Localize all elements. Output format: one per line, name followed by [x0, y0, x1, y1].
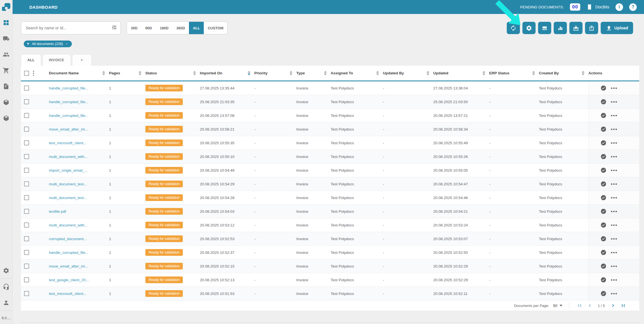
column-header[interactable]: Assigned To [331, 71, 383, 75]
previous-page-button[interactable] [586, 302, 593, 309]
sort-arrows[interactable] [139, 71, 141, 75]
date-range-button[interactable]: CUSTOM [204, 22, 227, 34]
validate-seal-icon[interactable] [600, 153, 607, 160]
tab[interactable]: ALL [21, 54, 41, 66]
sidebar-item-shipments[interactable] [0, 30, 13, 46]
sort-arrows[interactable] [376, 71, 379, 75]
date-range-button[interactable]: ALL [189, 22, 204, 34]
row-menu-icon[interactable] [611, 252, 617, 253]
date-range-button[interactable]: 365D [172, 22, 189, 34]
validate-seal-icon[interactable] [600, 85, 607, 91]
row-menu-icon[interactable] [611, 101, 617, 103]
scanner-button[interactable] [538, 22, 551, 34]
document-name-link[interactable]: multi_document_with... [49, 223, 87, 227]
row-menu-icon[interactable] [611, 142, 617, 144]
sort-arrows[interactable] [248, 71, 250, 75]
row-menu-icon[interactable] [611, 129, 617, 130]
sidebar-item-inventory[interactable] [0, 110, 13, 126]
column-header[interactable]: Updated [433, 71, 489, 75]
analytics-button[interactable] [554, 22, 567, 34]
validate-seal-icon[interactable] [600, 126, 607, 132]
row-menu-icon[interactable] [611, 156, 617, 157]
validate-seal-icon[interactable] [600, 236, 607, 242]
row-menu-icon[interactable] [611, 87, 617, 89]
document-name-link[interactable]: import_single_email_... [49, 168, 88, 172]
sidebar-item-packages[interactable] [0, 94, 13, 110]
last-page-button[interactable] [619, 302, 627, 309]
row-checkbox[interactable] [24, 250, 29, 255]
sidebar-item-dashboard[interactable] [0, 15, 13, 30]
row-menu-icon[interactable] [611, 211, 617, 212]
document-name-link[interactable]: handle_corrupted_file... [49, 86, 88, 90]
search-input[interactable] [26, 26, 112, 30]
validate-seal-icon[interactable] [600, 167, 607, 173]
date-range-button[interactable]: 30D [127, 22, 141, 34]
info-icon[interactable]: i [615, 3, 623, 11]
document-name-link[interactable]: corrupted_document... [49, 237, 87, 241]
date-range-button[interactable]: 90D [141, 22, 156, 34]
document-name-link[interactable]: test_microsoft_client... [49, 292, 86, 296]
document-name-link[interactable]: handle_corrupted_file... [49, 113, 88, 118]
document-name-link[interactable]: move_email_after_im... [49, 127, 88, 131]
date-range-button[interactable]: 180D [156, 22, 172, 34]
validate-seal-icon[interactable] [600, 112, 607, 119]
column-header[interactable]: Document Name [49, 71, 109, 75]
per-page-select[interactable]: 50 [553, 304, 562, 308]
column-header[interactable]: Actions [588, 71, 639, 75]
document-name-link[interactable]: test_microsoft_client... [49, 141, 86, 145]
validate-seal-icon[interactable] [600, 195, 607, 201]
column-header[interactable]: Type [296, 71, 331, 75]
next-page-button[interactable] [609, 302, 617, 309]
row-checkbox[interactable] [24, 209, 29, 214]
column-header[interactable]: Priority [254, 71, 296, 75]
column-header[interactable]: Pages [109, 71, 145, 75]
document-name-link[interactable]: handle_corrupted_file... [49, 100, 88, 104]
filter-tune-icon[interactable] [112, 25, 117, 31]
row-menu-icon[interactable] [611, 293, 617, 294]
document-name-link[interactable]: move_email_after_im... [49, 264, 88, 268]
row-checkbox[interactable] [24, 113, 29, 118]
upload-button[interactable]: Upload [601, 22, 633, 34]
row-menu-icon[interactable] [611, 279, 617, 281]
column-menu-kebab-icon[interactable] [32, 70, 35, 76]
row-checkbox[interactable] [24, 127, 29, 132]
validate-seal-icon[interactable] [600, 140, 607, 146]
column-header[interactable]: Updated By [383, 71, 433, 75]
all-documents-filter-chip[interactable]: All documents (228) [24, 41, 72, 47]
row-checkbox[interactable] [24, 99, 29, 104]
row-checkbox[interactable] [24, 181, 29, 186]
row-checkbox[interactable] [24, 223, 29, 228]
row-checkbox[interactable] [24, 154, 29, 159]
validate-seal-icon[interactable] [600, 181, 607, 187]
validate-seal-icon[interactable] [600, 222, 607, 228]
validate-seal-icon[interactable] [600, 249, 607, 256]
sidebar-item-users[interactable] [0, 46, 13, 62]
tab[interactable]: + [72, 54, 92, 66]
document-name-link[interactable]: multi_document_test... [49, 182, 87, 186]
sidebar-item-settings[interactable] [0, 262, 13, 278]
row-menu-icon[interactable] [611, 224, 617, 226]
validate-seal-icon[interactable] [600, 208, 607, 214]
document-name-link[interactable]: multi_document_with... [49, 155, 87, 159]
sort-arrows[interactable] [482, 71, 485, 75]
row-checkbox[interactable] [24, 291, 29, 296]
sidebar-item-invoices[interactable] [0, 78, 13, 94]
select-all-checkbox[interactable] [24, 71, 29, 76]
row-menu-icon[interactable] [611, 238, 617, 240]
email-import-button[interactable] [569, 22, 583, 34]
document-name-link[interactable]: multi_document_test... [49, 196, 87, 200]
row-menu-icon[interactable] [611, 183, 617, 185]
row-checkbox[interactable] [24, 277, 29, 282]
row-checkbox[interactable] [24, 195, 29, 200]
column-header[interactable]: Created By [539, 71, 588, 75]
column-header[interactable]: ERP Status [489, 71, 539, 75]
refresh-button[interactable] [507, 22, 520, 34]
settings-button[interactable] [522, 22, 536, 34]
column-header[interactable]: Status [145, 71, 200, 75]
validate-seal-icon[interactable] [600, 99, 607, 105]
column-header[interactable]: Imported On [200, 71, 254, 75]
help-icon[interactable]: ? [629, 3, 637, 11]
validate-seal-icon[interactable] [600, 277, 607, 283]
document-name-link[interactable]: handle_corrupted_file... [49, 250, 88, 255]
sidebar-item-purchase-orders[interactable] [0, 62, 13, 78]
